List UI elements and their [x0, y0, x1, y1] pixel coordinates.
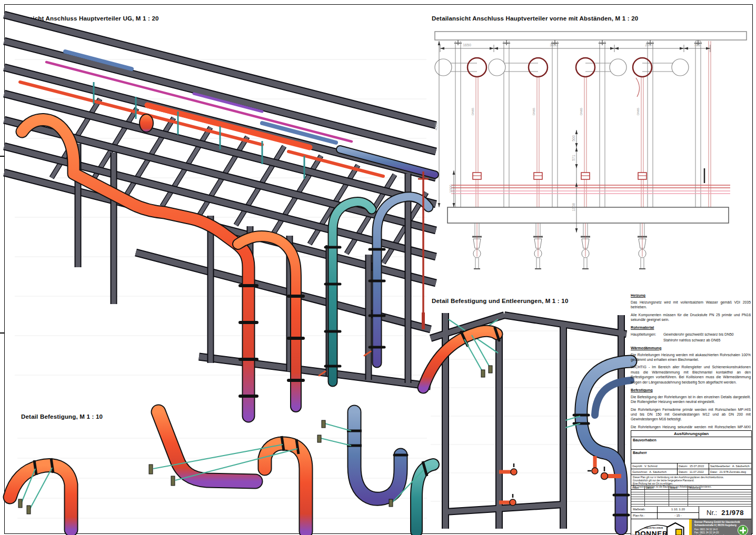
- pipe-clamps: [34, 431, 427, 476]
- hauptleitungen-row: Stahlrohr nahtlos schwarz ab DN65: [631, 338, 751, 342]
- svg-text:DN65: DN65: [636, 108, 640, 115]
- pipe-dn-labels: DN65 DN65 DN65 DN65: [471, 108, 640, 115]
- meta-grid: Geprüft:V. Schmid Datum:15.07.2022 Sachb…: [631, 463, 751, 475]
- svg-text:DN65: DN65: [580, 108, 583, 115]
- note-paragraph: Die Rohrleitungen Heizung werden mit alu…: [631, 352, 751, 362]
- green-cross-icon: [738, 525, 748, 535]
- bauherr-field: Bauherr: [631, 450, 751, 463]
- note-paragraph: Das Heizungsnetz wird mit vollentsalztem…: [631, 300, 751, 310]
- befestigung-heading: Befestigung: [631, 388, 751, 393]
- rohrmaterial-heading: Rohrmaterial: [631, 325, 751, 330]
- svg-text:571: 571: [572, 155, 575, 161]
- dimension-chain-vertical: [438, 41, 578, 233]
- nr-label: Nr.:: [707, 509, 717, 517]
- disclaimer: Dieser Plan gilt nur in Verbindung mit d…: [631, 475, 751, 486]
- svg-text:2097: 2097: [645, 43, 653, 47]
- geprueft-cell: Geprüft:V. Schmid: [631, 463, 678, 469]
- svg-text:1368: 1368: [572, 203, 575, 211]
- bauvorhaben-field: Bauvorhaben: [631, 437, 751, 450]
- title-block: Ausführungsplan Bauvorhaben Bauherr Gepr…: [631, 430, 752, 535]
- contact-box: Donner Planung GmbH für Haustechnik Schw…: [692, 519, 751, 535]
- hauptleitungen-row: Hauptleitungen: Gewinderohr geschweißt s…: [631, 332, 751, 337]
- iso-3d-view: [15, 20, 426, 412]
- plan-sheet: Ansicht Anschluss Hauptverteiler UG, M 1…: [0, 0, 756, 535]
- svg-text:785: 785: [694, 43, 700, 47]
- svg-text:4500: 4500: [434, 122, 438, 130]
- plan-number-cell: Nr.: 21/978: [699, 507, 751, 519]
- note-paragraph: Alle Komponenten müssen für die Druckstu…: [631, 312, 751, 322]
- yellow-square: [676, 529, 682, 535]
- svg-text:DN65: DN65: [532, 108, 535, 115]
- donner-logo: HAUSTECHNIK DONNER: [631, 519, 689, 535]
- front-2d-view: 1650 3853 2097 785 4500 1000 500 571 136…: [433, 27, 749, 288]
- wall-plates: [481, 366, 492, 377]
- pipe-sections: [435, 58, 689, 97]
- svg-text:1000: 1000: [449, 185, 453, 193]
- drain-detail-view: [431, 302, 626, 530]
- company-band: HAUSTECHNIK DONNER Donner Planung GmbH f…: [631, 519, 751, 535]
- drain-assemblies: [472, 223, 647, 269]
- waermedaemmung-heading: Wärmedämmung: [631, 346, 751, 351]
- pipe-clamps: [473, 173, 646, 179]
- scale-cells: Maßstab: 1:10, 1:20 Plan-Nr.: - 15 -: [631, 507, 699, 519]
- donner-logo-graphic: HAUSTECHNIK DONNER: [633, 520, 688, 535]
- fix-pipes: [10, 412, 433, 531]
- heizung-heading: Heizung: [631, 293, 751, 298]
- gezeichnet-cell: Gezeichnet:A. Säuberlich: [631, 469, 678, 475]
- revision-table: IndexDatum Bearb.Änderung: [631, 486, 751, 507]
- svg-text:DN65: DN65: [471, 108, 474, 115]
- svg-text:1650: 1650: [463, 43, 471, 47]
- orange-drum-fitting: [140, 114, 153, 132]
- note-paragraph: WICHTIG - Im Bereich aller Rollengleiter…: [631, 365, 751, 385]
- scale-number-band: Maßstab: 1:10, 1:20 Plan-Nr.: - 15 - Nr.…: [631, 507, 751, 519]
- sachbearbeiter-cell: Sachbearbeiter:A. Säuberlich: [709, 463, 751, 469]
- note-paragraph: Die Rohrleitungen Fernwärme primär werde…: [631, 407, 751, 422]
- fix-detail-view: [17, 418, 427, 531]
- note-paragraph: Die Befestigung der Rohrleitungen ist in…: [631, 395, 751, 405]
- fold-mark: [0, 332, 5, 334]
- horizontal-heating-pipes: [451, 185, 730, 194]
- hauptleitungen-value-1: Gewinderohr geschweißt schwarz bis DN50: [663, 332, 734, 337]
- massstab-row: Maßstab: 1:10, 1:20: [631, 507, 699, 513]
- datei-cell: Datei:21-978-Zentrale.dwg: [709, 469, 751, 475]
- hauptleitungen-label: Hauptleitungen:: [631, 332, 663, 337]
- brand-small: HAUSTECHNIK: [644, 527, 663, 529]
- plannr-row: Plan-Nr.: - 15 -: [631, 513, 699, 519]
- datum2-cell: Datum:11.07.2022: [678, 469, 709, 475]
- ceiling-slab: [435, 32, 747, 40]
- fold-mark: [0, 156, 5, 157]
- front-view-title: Detailansicht Anschluss Hauptverteiler v…: [432, 15, 638, 22]
- plan-type-header: Ausführungsplan: [631, 431, 751, 437]
- dimension-texts-horizontal: 1650 3853 2097 785: [463, 43, 700, 47]
- hauptleitungen-value-2: Stahlrohr nahtlos schwarz ab DN65: [663, 338, 720, 342]
- revision-header-row: IndexDatum Bearb.Änderung: [631, 486, 751, 490]
- datum1-cell: Datum:15.07.2022: [678, 463, 709, 469]
- dimension-chain-horizontal: [440, 45, 710, 52]
- nr-value: 21/978: [721, 509, 744, 517]
- svg-text:500: 500: [572, 135, 575, 142]
- base-plinth: [447, 207, 729, 223]
- hanger-tees: [454, 40, 702, 45]
- svg-text:3853: 3853: [550, 43, 558, 47]
